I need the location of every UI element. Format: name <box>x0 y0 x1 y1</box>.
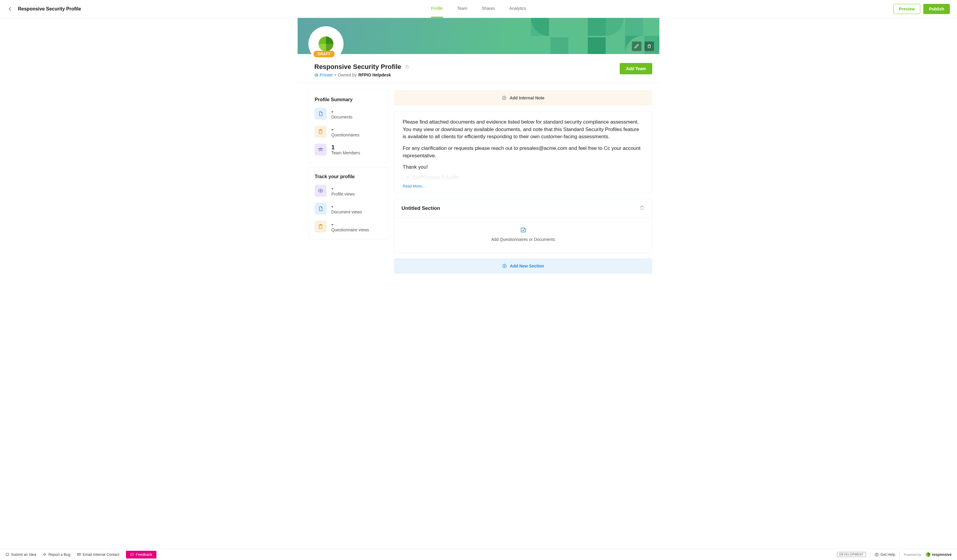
profile-title: Responsive Security Profile <box>314 63 401 71</box>
svg-rect-1 <box>550 37 569 54</box>
tracking-title: Track your profile <box>314 174 382 180</box>
document-icon <box>314 108 327 120</box>
stat-label: Profile views <box>331 192 355 196</box>
sidebar: Profile Summary - Documents - <box>308 90 388 274</box>
add-note-label: Add Internal Note <box>510 96 545 100</box>
svg-point-7 <box>315 73 318 77</box>
svg-rect-4 <box>625 18 643 36</box>
main-tabs: Profile Team Shares Analytics <box>431 0 526 17</box>
tab-shares[interactable]: Shares <box>482 0 495 17</box>
stat-document-views: - Document views <box>314 203 382 215</box>
profile-header: Responsive Security Profile Private • Ow… <box>298 54 659 83</box>
svg-rect-3 <box>588 37 606 54</box>
owner-name: RFPIO Helpdesk <box>358 73 391 77</box>
plus-circle-icon <box>502 263 507 268</box>
at-icon <box>314 73 319 77</box>
description-p2: For any clarification or requests please… <box>403 145 644 159</box>
visibility-link[interactable]: Private <box>314 73 333 77</box>
svg-point-13 <box>322 148 323 149</box>
team-icon <box>314 144 327 156</box>
draft-badge: DRAFT <box>313 51 335 57</box>
stat-label: Questionnaire views <box>331 227 369 232</box>
svg-point-14 <box>320 190 321 191</box>
description-card: Please find attached documents and evide… <box>394 111 652 193</box>
svg-point-11 <box>320 148 322 150</box>
delete-banner-button[interactable] <box>644 41 654 51</box>
pencil-icon <box>634 44 639 49</box>
add-new-section-button[interactable]: Add New Section <box>394 258 652 274</box>
clipboard-icon <box>314 221 327 232</box>
add-content-button[interactable]: Add Questionnaires or Documents <box>394 218 652 252</box>
page-content: DRAFT Responsive Security Profile Privat… <box>298 18 659 292</box>
stat-team-members: 1 Team Members <box>314 144 382 156</box>
stat-label: Questionnaires <box>331 133 359 137</box>
tab-profile[interactable]: Profile <box>431 0 443 17</box>
tab-analytics[interactable]: Analytics <box>509 0 526 17</box>
track-profile-card: Track your profile - Profile views <box>308 167 388 240</box>
stat-questionnaires: - Questionnaires <box>314 126 382 137</box>
lock-icon <box>405 64 409 70</box>
stat-value: - <box>331 108 352 115</box>
page-title: Responsive Security Profile <box>18 6 81 12</box>
trash-icon <box>640 205 645 210</box>
add-section-label: Add New Section <box>510 263 544 268</box>
owned-by-label: Owned by <box>338 73 357 77</box>
description-p3: Thank you! <box>403 164 644 171</box>
document-icon <box>314 203 327 215</box>
add-internal-note-button[interactable]: Add Internal Note <box>394 90 652 106</box>
tab-team[interactable]: Team <box>457 0 467 17</box>
section-title[interactable]: Untitled Section <box>401 205 440 211</box>
certifications-link[interactable]: Certifications & Audits <box>412 174 459 181</box>
svg-point-12 <box>319 148 319 149</box>
svg-point-8 <box>316 74 317 76</box>
add-team-button[interactable]: Add Team <box>620 63 652 74</box>
add-content-label: Add Questionnaires or Documents <box>491 237 555 242</box>
trash-icon <box>647 44 652 49</box>
read-more-link[interactable]: Read More... <box>403 184 644 188</box>
preview-button[interactable]: Preview <box>894 4 921 14</box>
back-arrow-icon[interactable] <box>7 6 13 12</box>
delete-section-button[interactable] <box>640 205 645 211</box>
stat-value: - <box>331 203 362 210</box>
stat-label: Document views <box>331 210 362 215</box>
clipboard-icon <box>314 126 327 137</box>
svg-rect-2 <box>588 18 606 36</box>
profile-summary-card: Profile Summary - Documents - <box>308 90 388 162</box>
banner: DRAFT <box>298 18 659 54</box>
stat-value: - <box>331 126 359 133</box>
stat-value: - <box>331 185 355 192</box>
plus-circle-icon <box>502 96 507 100</box>
stat-questionnaire-views: - Questionnaire views <box>314 221 382 232</box>
stat-value: 1 <box>331 144 360 150</box>
visibility-label: Private <box>320 73 333 77</box>
stat-label: Documents <box>331 115 352 119</box>
profile-meta: Private • Owned by RFPIO Helpdesk <box>314 73 409 77</box>
stat-profile-views: - Profile views <box>314 185 382 197</box>
stat-documents: - Documents <box>314 108 382 120</box>
edit-banner-button[interactable] <box>632 41 641 51</box>
eye-icon <box>314 185 327 197</box>
top-bar: Responsive Security Profile Profile Team… <box>0 0 957 18</box>
main-column: Add Internal Note Please find attached d… <box>394 90 652 274</box>
svg-rect-6 <box>406 66 408 68</box>
stat-value: - <box>331 221 369 227</box>
publish-button[interactable]: Publish <box>923 4 950 14</box>
logo-icon <box>317 35 335 53</box>
description-p1: Please find attached documents and evide… <box>403 118 644 140</box>
add-file-icon <box>520 227 527 234</box>
section-card: Untitled Section Add Questionnaires or D… <box>394 199 652 253</box>
summary-title: Profile Summary <box>314 97 382 103</box>
stat-label: Team Members <box>331 150 360 155</box>
